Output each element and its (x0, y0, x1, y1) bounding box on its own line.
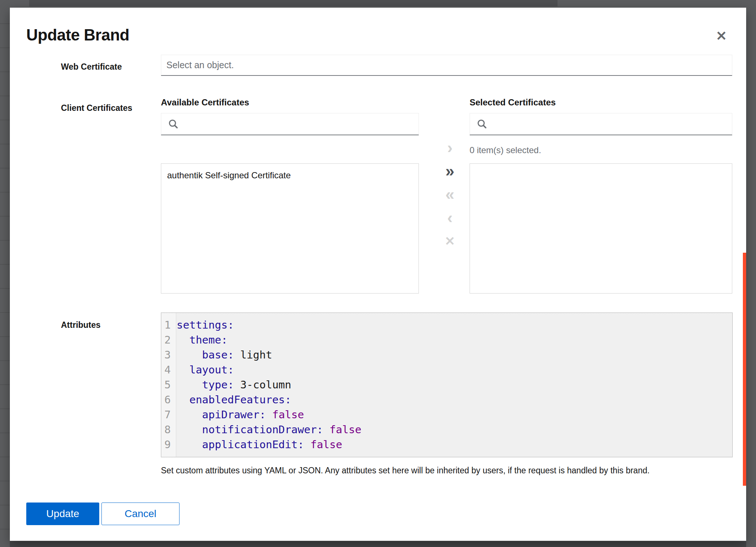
backdrop-bottom-shadow (10, 541, 746, 547)
code-line: 1settings: (161, 318, 732, 333)
update-brand-modal: Update Brand ✕ Web Certificate Select an… (10, 8, 746, 541)
available-certificates-heading: Available Certificates (161, 97, 249, 108)
line-number: 3 (161, 348, 171, 362)
code-lines: 1settings:2 theme:3 base: light4 layout:… (161, 318, 732, 452)
available-certificates-listbox[interactable]: authentik Self-signed Certificate (161, 163, 419, 294)
transfer-button[interactable]: ✕ (426, 229, 474, 253)
line-number: 4 (161, 362, 171, 377)
web-certificate-select[interactable]: Select an object. (161, 55, 732, 76)
update-button[interactable]: Update (26, 503, 99, 525)
line-number: 1 (161, 318, 171, 333)
backdrop-sidebar-shadow (0, 0, 10, 547)
selected-count-status: 0 item(s) selected. (470, 145, 541, 155)
transfer-button[interactable]: » (426, 159, 474, 183)
code-line: 7 apiDrawer: false (161, 407, 732, 422)
selected-search-input[interactable] (470, 113, 732, 135)
search-icon (477, 119, 487, 129)
web-certificate-label: Web Certificate (61, 62, 122, 72)
code-line: 8 notificationDrawer: false (161, 422, 732, 437)
list-item[interactable]: authentik Self-signed Certificate (161, 167, 418, 184)
cancel-button[interactable]: Cancel (101, 503, 180, 525)
client-certificates-label: Client Certificates (61, 103, 132, 113)
code-line: 6 enabledFeatures: (161, 392, 732, 407)
search-icon (168, 119, 179, 129)
attributes-code-editor[interactable]: 1settings:2 theme:3 base: light4 layout:… (161, 313, 733, 457)
transfer-button[interactable]: « (426, 183, 474, 206)
transfer-button-column: › » « ‹ ✕ (426, 136, 474, 253)
code-line: 5 type: 3-column (161, 377, 732, 392)
code-line: 4 layout: (161, 362, 732, 377)
code-line: 3 base: light (161, 348, 732, 362)
selected-certificates-listbox[interactable] (470, 163, 732, 294)
code-line: 2 theme: (161, 333, 732, 348)
line-number: 9 (161, 437, 171, 452)
backdrop-masthead-shadow (29, 0, 558, 7)
line-number: 7 (161, 407, 171, 422)
line-number: 6 (161, 392, 171, 407)
attributes-help-text: Set custom attributes using YAML or JSON… (161, 465, 734, 476)
web-certificate-placeholder: Select an object. (166, 60, 234, 70)
line-number: 8 (161, 422, 171, 437)
code-line: 9 applicationEdit: false (161, 437, 732, 452)
transfer-button[interactable]: › (426, 136, 474, 159)
attributes-label: Attributes (61, 320, 101, 330)
page-title: Update Brand (26, 26, 129, 44)
available-search-input[interactable] (161, 113, 419, 135)
selected-certificates-heading: Selected Certificates (470, 97, 556, 108)
line-number: 5 (161, 377, 171, 392)
alert-accent-bar (743, 253, 746, 486)
close-icon[interactable]: ✕ (711, 27, 732, 46)
line-number: 2 (161, 333, 171, 348)
transfer-button[interactable]: ‹ (426, 206, 474, 229)
